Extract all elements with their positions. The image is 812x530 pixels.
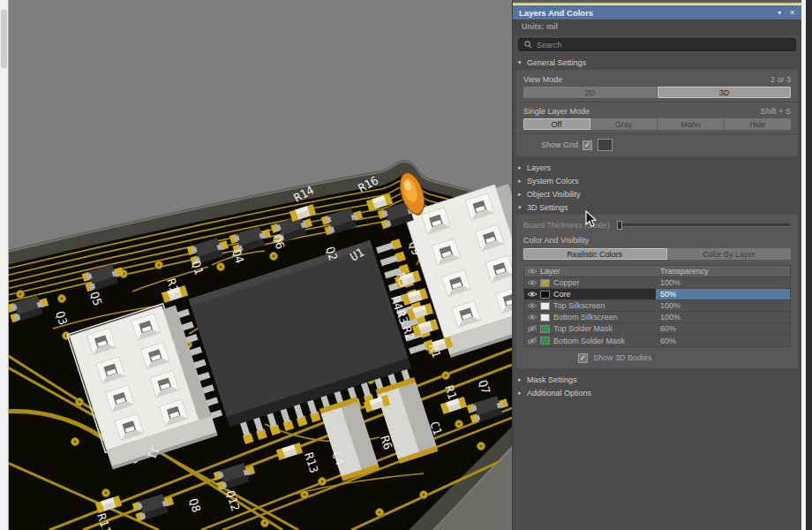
layer-row-core[interactable]: Core50% <box>524 289 790 300</box>
section-general-settings[interactable]: General Settings <box>513 56 801 69</box>
collapse-arrow-icon <box>518 204 527 211</box>
layer-table-header: Layer Transparency <box>524 266 790 277</box>
section-additional-options[interactable]: Additional Options <box>513 386 801 399</box>
layer-color-swatch[interactable] <box>540 291 550 299</box>
altium-pcb-workspace: U1J1C4C1Q3Q5Q1Q4Q6Q2Q9Q7Q12Q8R14R16R12R5… <box>0 0 812 530</box>
layer-color-swatch[interactable] <box>540 302 550 310</box>
search-placeholder: Search <box>537 41 562 49</box>
eye-visible-icon[interactable] <box>524 290 540 299</box>
layer-table: Layer Transparency Copper100% Core50% To… <box>523 265 791 347</box>
single-layer-mode-segment: OffGrayMonoHide <box>523 118 791 130</box>
layer-transparency[interactable]: 100% <box>656 300 790 311</box>
transparency-column-header: Transparency <box>656 266 790 276</box>
section-3d-settings[interactable]: 3D Settings <box>513 201 801 214</box>
section-system-colors[interactable]: System Colors <box>513 174 801 187</box>
general-settings-group: View Mode 2 or 3 2D3D Single Layer Mode … <box>516 70 798 156</box>
search-icon <box>524 41 532 49</box>
board-thickness-slider[interactable] <box>617 223 791 227</box>
layer-transparency[interactable]: 60% <box>656 335 790 346</box>
left-scrollbar-thumb[interactable] <box>1 10 7 68</box>
3d-settings-group: Board Thickness (Scale) Color And Visibi… <box>516 215 798 368</box>
section-layers[interactable]: Layers <box>513 161 801 174</box>
collapse-arrow-icon <box>518 178 527 185</box>
layer-row-top-silkscreen[interactable]: Top Silkscreen100% <box>524 300 790 312</box>
search-input[interactable]: Search <box>518 38 796 51</box>
layer-transparency[interactable]: 50% <box>656 289 790 299</box>
collapse-arrow-icon <box>518 164 527 171</box>
segment-option-gray[interactable]: Gray <box>590 118 658 130</box>
panel-title: Layers And Colors <box>519 8 593 18</box>
show-grid-checkbox[interactable]: ✓ <box>583 140 592 150</box>
board-thickness-label: Board Thickness (Scale) <box>523 221 610 230</box>
panel-close-icon[interactable]: ✕ <box>789 9 795 17</box>
panel-menu-icon[interactable]: ▾ <box>778 9 781 17</box>
view-mode-label: View Mode <box>523 75 562 84</box>
eye-visible-icon[interactable] <box>524 278 540 287</box>
segment-option-hide[interactable]: Hide <box>725 118 791 130</box>
collapse-arrow-icon <box>518 390 527 397</box>
segment-option-color-by-layer[interactable]: Color By Layer <box>667 248 791 260</box>
segment-option-mono[interactable]: Mono <box>658 118 725 130</box>
show-grid-label: Show Grid <box>523 140 578 149</box>
pcb-3d-viewport[interactable]: U1J1C4C1Q3Q5Q1Q4Q6Q2Q9Q7Q12Q8R14R16R12R5… <box>0 0 512 530</box>
layer-color-swatch[interactable] <box>540 314 550 322</box>
layer-name: Copper <box>553 278 656 287</box>
visibility-eye-icon[interactable] <box>524 267 540 276</box>
layer-name: Bottom Silkscreen <box>553 313 656 322</box>
layer-column-header: Layer <box>540 267 656 276</box>
layer-name: Top Silkscreen <box>553 301 656 310</box>
segment-option-off[interactable]: Off <box>523 118 590 130</box>
panel-header[interactable]: Layers And Colors ▾ ✕ <box>513 5 801 19</box>
layer-transparency[interactable]: 100% <box>656 277 790 288</box>
layer-color-swatch[interactable] <box>540 279 550 287</box>
eye-visible-icon[interactable] <box>524 313 540 322</box>
color-visibility-segment: Realistic ColorsColor By Layer <box>523 248 791 260</box>
section-mask-settings[interactable]: Mask Settings <box>513 373 801 386</box>
show-3d-bodies-label: Show 3D Bodies <box>593 353 652 362</box>
show-3d-bodies-checkbox[interactable]: ✓ <box>578 353 588 363</box>
workspace-edge <box>806 0 812 530</box>
layer-name: Top Solder Mask <box>553 324 656 333</box>
layer-color-swatch[interactable] <box>540 325 550 333</box>
layer-name: Bottom Solder Mask <box>553 337 656 345</box>
eye-hidden-icon[interactable] <box>524 337 540 345</box>
board-thickness-slider-thumb[interactable] <box>617 221 622 230</box>
segment-option-2d[interactable]: 2D <box>523 87 658 98</box>
section-object-visibility[interactable]: Object Visibility <box>513 187 801 201</box>
single-layer-mode-shortcut: Shift + S <box>761 107 791 116</box>
collapse-arrow-icon <box>518 191 527 198</box>
collapse-arrow-icon <box>518 376 527 383</box>
color-visibility-label: Color And Visibility <box>523 235 791 246</box>
layers-and-colors-panel: Layers And Colors ▾ ✕ Units: mil Search … <box>512 0 801 530</box>
layer-color-swatch[interactable] <box>540 337 550 344</box>
layer-row-bottom-solder-mask[interactable]: Bottom Solder Mask60% <box>524 335 790 346</box>
units-label: Units: mil <box>513 19 801 34</box>
eye-visible-icon[interactable] <box>524 301 540 310</box>
single-layer-mode-label: Single Layer Mode <box>523 107 590 116</box>
layer-transparency[interactable]: 100% <box>656 312 790 322</box>
layer-name: Core <box>553 290 656 299</box>
segment-option-3d[interactable]: 3D <box>658 87 791 98</box>
layer-row-copper[interactable]: Copper100% <box>524 277 790 289</box>
layer-row-top-solder-mask[interactable]: Top Solder Mask60% <box>524 323 790 335</box>
layer-transparency[interactable]: 60% <box>656 323 790 334</box>
segment-option-realistic-colors[interactable]: Realistic Colors <box>523 248 667 260</box>
left-scrollbar[interactable] <box>0 0 9 530</box>
view-mode-segment: 2D3D <box>523 87 791 98</box>
grid-color-swatch[interactable] <box>598 139 613 151</box>
collapse-arrow-icon <box>518 59 527 66</box>
view-mode-shortcut: 2 or 3 <box>771 75 791 84</box>
eye-hidden-icon[interactable] <box>524 324 540 333</box>
layer-row-bottom-silkscreen[interactable]: Bottom Silkscreen100% <box>524 312 790 323</box>
